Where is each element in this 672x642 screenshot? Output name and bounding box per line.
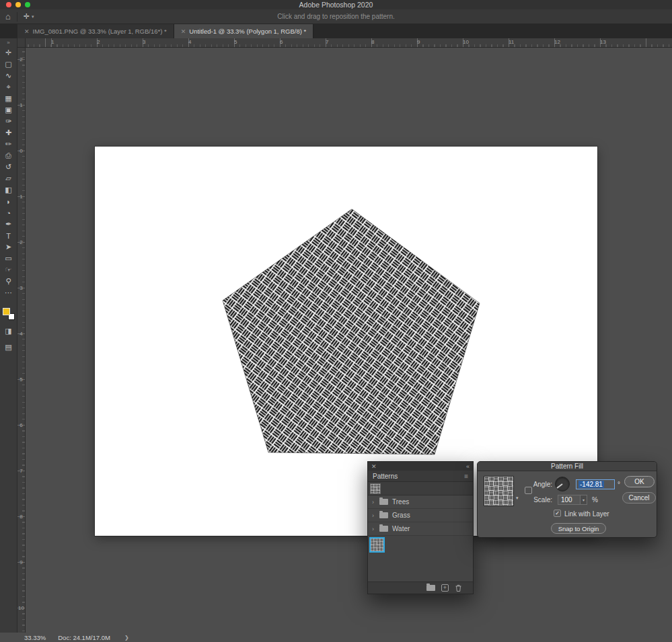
dodge-tool[interactable]: ◔ bbox=[1, 207, 16, 218]
dialog-title[interactable]: Pattern Fill bbox=[478, 462, 657, 471]
foreground-color-swatch[interactable] bbox=[3, 308, 10, 315]
path-selection-tool[interactable]: ➤ bbox=[1, 241, 16, 253]
toolbar-overflow-icon[interactable]: » bbox=[7, 40, 9, 47]
zoom-tool[interactable]: ⚲ bbox=[1, 276, 16, 287]
ruler-tick-label: 1 bbox=[17, 194, 25, 200]
ruler-tick-label: 1 bbox=[17, 102, 25, 108]
disclosure-icon[interactable]: › bbox=[372, 526, 375, 532]
pattern-group-label: Trees bbox=[392, 498, 409, 506]
marquee-tool[interactable]: ▢ bbox=[1, 58, 16, 70]
pattern-group-grass[interactable]: › Grass bbox=[368, 509, 473, 522]
tool-icon: ∿ bbox=[5, 71, 11, 80]
delete-pattern-button[interactable] bbox=[455, 584, 462, 592]
tab-close-icon[interactable]: ✕ bbox=[24, 28, 30, 35]
patterns-panel-footer: + bbox=[368, 581, 473, 594]
hand-tool[interactable]: ☞ bbox=[1, 264, 16, 276]
new-pattern-button[interactable]: + bbox=[441, 584, 449, 592]
history-brush-tool[interactable]: ↺ bbox=[1, 161, 16, 173]
selected-pattern-thumbnail[interactable] bbox=[369, 537, 385, 553]
ruler-tick-label: 8 bbox=[371, 39, 374, 45]
tool-icon: ✛ bbox=[5, 48, 11, 57]
minimize-window-button[interactable] bbox=[15, 2, 21, 7]
ruler-tick-label: 1 bbox=[51, 39, 54, 45]
document-size-info[interactable]: Doc: 24.1M/17.0M bbox=[58, 634, 110, 641]
brush-tool[interactable]: ✏ bbox=[1, 138, 16, 150]
blur-tool[interactable]: ◗ bbox=[1, 196, 16, 207]
angle-dial[interactable] bbox=[555, 477, 570, 491]
eraser-tool[interactable]: ▱ bbox=[1, 173, 16, 184]
tool-icon: ↺ bbox=[5, 163, 11, 171]
object-selection-tool[interactable]: ⌖ bbox=[1, 81, 16, 93]
crop-tool[interactable]: ▦ bbox=[1, 93, 16, 104]
link-with-layer-checkbox[interactable]: ✓ bbox=[554, 510, 561, 517]
patterns-panel: ✕ « Patterns ≡ › Trees › Grass › bbox=[367, 461, 474, 594]
tab-img-0801[interactable]: ✕ IMG_0801.PNG @ 33.3% (Layer 1, RGB/16*… bbox=[17, 24, 174, 38]
disclosure-icon[interactable]: › bbox=[372, 512, 375, 519]
vertical-ruler[interactable]: 21012345678910 bbox=[17, 48, 26, 633]
pattern-group-water[interactable]: › Water bbox=[368, 522, 473, 536]
pattern-group-trees[interactable]: › Trees bbox=[368, 495, 473, 509]
tool-options-bar: ⌂ ✛ ▾ Click and drag to reposition the p… bbox=[0, 9, 672, 24]
tool-icon: ✚ bbox=[5, 128, 11, 137]
ruler-tick-label: 2 bbox=[17, 56, 25, 63]
cancel-button[interactable]: Cancel bbox=[622, 492, 656, 504]
scale-dropdown-icon[interactable]: ▾ bbox=[581, 495, 587, 505]
horizontal-ruler[interactable]: 12345678910111213 bbox=[26, 38, 672, 48]
ruler-tick-label: 10 bbox=[463, 39, 469, 45]
clone-stamp-tool[interactable]: ⎙ bbox=[1, 150, 16, 161]
degree-symbol: ° bbox=[618, 481, 620, 488]
patterns-panel-title[interactable]: Patterns bbox=[373, 473, 398, 480]
pen-tool[interactable]: ✒ bbox=[1, 218, 16, 230]
status-bar: 33.33% Doc: 24.1M/17.0M ❯ bbox=[0, 633, 672, 642]
zoom-level[interactable]: 33.33% bbox=[24, 634, 46, 641]
angle-input[interactable]: -142.81 bbox=[576, 479, 615, 489]
ok-button[interactable]: OK bbox=[624, 476, 655, 487]
frame-tool[interactable]: ▣ bbox=[1, 104, 16, 116]
screen-mode-button[interactable]: ▤ bbox=[1, 342, 16, 352]
tool-icon: ◧ bbox=[5, 186, 11, 194]
edit-toolbar-button[interactable]: ⋯ bbox=[1, 287, 16, 298]
status-menu-chevron-icon[interactable]: ❯ bbox=[124, 635, 129, 641]
current-pattern-row[interactable] bbox=[368, 482, 473, 495]
tool-icon: ⋯ bbox=[5, 288, 12, 297]
home-icon[interactable]: ⌂ bbox=[5, 11, 11, 22]
eyedropper-tool[interactable]: ✑ bbox=[1, 116, 16, 127]
panel-collapse-icon[interactable]: « bbox=[466, 463, 470, 470]
ruler-tick-label: 9 bbox=[17, 559, 25, 565]
quick-mask-button[interactable]: ◨ bbox=[1, 325, 16, 336]
gradient-tool[interactable]: ◧ bbox=[1, 184, 16, 196]
scale-input[interactable]: 100 bbox=[558, 495, 581, 505]
tab-close-icon[interactable]: ✕ bbox=[181, 28, 186, 35]
document-tab-bar: ✕ IMG_0801.PNG @ 33.3% (Layer 1, RGB/16*… bbox=[0, 24, 672, 38]
snap-to-origin-button[interactable]: Snap to Origin bbox=[551, 523, 606, 534]
ruler-origin-corner[interactable] bbox=[17, 38, 26, 48]
disclosure-icon[interactable]: › bbox=[372, 499, 375, 506]
tab-untitled-1[interactable]: ✕ Untitled-1 @ 33.3% (Polygon 1, RGB/8) … bbox=[174, 24, 313, 38]
panel-menu-icon[interactable]: ≡ bbox=[464, 473, 468, 480]
ruler-tick-label: 12 bbox=[554, 39, 560, 45]
lasso-tool[interactable]: ∿ bbox=[1, 70, 16, 81]
scale-value: 100 bbox=[561, 496, 572, 504]
current-pattern-thumbnail bbox=[371, 484, 380, 493]
ruler-tick-label: 7 bbox=[17, 468, 25, 474]
tool-icon: ⌖ bbox=[6, 83, 10, 91]
healing-brush-tool[interactable]: ✚ bbox=[1, 127, 16, 138]
pattern-picker-caret-icon[interactable]: ▾ bbox=[516, 495, 519, 501]
move-tool[interactable]: ✛ bbox=[1, 47, 16, 58]
panel-close-icon[interactable]: ✕ bbox=[371, 463, 377, 470]
ruler-tick-label: 10 bbox=[17, 605, 25, 611]
zoom-window-button[interactable] bbox=[25, 2, 30, 7]
pattern-picker-thumbnail[interactable] bbox=[484, 476, 514, 506]
type-tool[interactable]: T bbox=[1, 230, 16, 241]
patterns-panel-titlebar: ✕ « bbox=[368, 462, 473, 471]
tab-label: Untitled-1 @ 33.3% (Polygon 1, RGB/8) * bbox=[189, 28, 306, 35]
shape-tool[interactable]: ▭ bbox=[1, 253, 16, 264]
tool-icon: T bbox=[6, 232, 11, 240]
tool-preset-picker[interactable]: ✛ ▾ bbox=[24, 12, 34, 21]
ruler-tick-label: 6 bbox=[17, 422, 25, 428]
patterns-panel-tabrow: Patterns ≡ bbox=[368, 471, 473, 482]
close-window-button[interactable] bbox=[6, 2, 11, 7]
tools-panel: » ✛ ▢ ∿ ⌖ ▦ ▣ ✑ ✚ ✏ ⎙ ↺ ▱ ◧ ◗ bbox=[0, 38, 17, 633]
tool-icon: ◗ bbox=[6, 198, 11, 206]
new-group-button[interactable] bbox=[426, 585, 435, 591]
